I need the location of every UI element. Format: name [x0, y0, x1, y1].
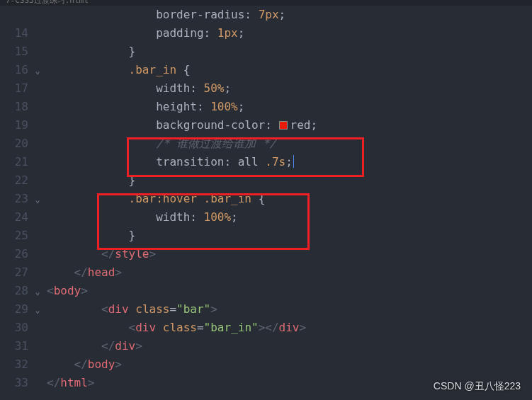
code-line[interactable]: <div class="bar">	[47, 300, 532, 319]
fold-toggle	[33, 374, 47, 392]
text-cursor	[293, 155, 294, 168]
code-line[interactable]: <body>	[47, 282, 532, 300]
breadcrumb: 7-CSS3过渡练习.html	[0, 0, 532, 6]
fold-toggle	[33, 135, 47, 153]
code-line[interactable]: </div>	[47, 337, 532, 355]
line-number: 27	[0, 263, 28, 282]
line-number: 26	[0, 245, 28, 263]
code-line[interactable]: width: 50%;	[47, 79, 532, 98]
chevron-down-icon[interactable]: ⌄	[33, 301, 43, 319]
line-number: 25	[0, 227, 28, 245]
fold-toggle	[33, 319, 47, 337]
line-number: 28	[0, 282, 28, 300]
line-number: 29	[0, 300, 28, 319]
fold-toggle	[33, 24, 47, 42]
code-line[interactable]: </head>	[47, 263, 532, 282]
fold-toggle	[33, 263, 47, 282]
code-line[interactable]: background-color: red;	[47, 116, 532, 135]
line-number: 18	[0, 98, 28, 116]
line-number: 24	[0, 208, 28, 227]
color-swatch	[279, 121, 288, 130]
line-number: 15	[0, 42, 28, 61]
fold-toggle	[33, 208, 47, 227]
line-number: 19	[0, 116, 28, 135]
code-line[interactable]: }	[47, 227, 532, 245]
code-line[interactable]: }	[47, 171, 532, 190]
code-line[interactable]: width: 100%;	[47, 208, 532, 227]
code-line[interactable]: height: 100%;	[47, 98, 532, 116]
fold-toggle	[33, 79, 47, 98]
code-line[interactable]: border-radius: 7px;	[47, 6, 532, 24]
line-number: 32	[0, 355, 28, 374]
fold-toggle	[33, 355, 47, 374]
line-number: 30	[0, 319, 28, 337]
fold-toggle	[33, 245, 47, 263]
code-line[interactable]: padding: 1px;	[47, 24, 532, 42]
line-number: 21	[0, 153, 28, 171]
fold-toggle[interactable]: ⌄	[33, 61, 47, 79]
watermark: CSDN @丑八怪223	[434, 380, 521, 393]
line-number: 31	[0, 337, 28, 355]
code-editor[interactable]: 1415161718192021222324252627282930313233…	[0, 6, 532, 400]
fold-toggle	[33, 98, 47, 116]
code-line[interactable]: }	[47, 42, 532, 61]
line-number: 20	[0, 135, 28, 153]
code-line[interactable]: /* 谁做过渡给谁加 */	[47, 135, 532, 153]
code-line[interactable]: </style>	[47, 245, 532, 263]
code-line[interactable]: .bar_in {	[47, 61, 532, 79]
chevron-down-icon[interactable]: ⌄	[33, 190, 43, 209]
fold-toggle[interactable]: ⌄	[33, 300, 47, 319]
line-number-gutter: 1415161718192021222324252627282930313233	[0, 6, 33, 400]
chevron-down-icon[interactable]: ⌄	[33, 62, 43, 80]
line-number: 14	[0, 24, 28, 42]
fold-toggle	[33, 42, 47, 61]
line-number: 33	[0, 374, 28, 392]
code-line[interactable]: <div class="bar_in"></div>	[47, 319, 532, 337]
fold-column[interactable]: ⌄⌄⌄⌄	[33, 6, 47, 400]
breadcrumb-file: 7-CSS3过渡练习.html	[6, 0, 89, 6]
line-number: 17	[0, 79, 28, 98]
line-number: 16	[0, 61, 28, 79]
code-line[interactable]: </body>	[47, 355, 532, 374]
fold-toggle[interactable]: ⌄	[33, 282, 47, 300]
fold-toggle	[33, 227, 47, 245]
code-line[interactable]: .bar:hover .bar_in {	[47, 190, 532, 208]
fold-toggle	[33, 153, 47, 171]
code-area[interactable]: border-radius: 7px; padding: 1px; } .bar…	[47, 6, 532, 400]
fold-toggle	[33, 116, 47, 135]
line-number: 23	[0, 190, 28, 208]
fold-toggle	[33, 171, 47, 190]
fold-toggle	[33, 6, 47, 24]
line-number: 22	[0, 171, 28, 190]
code-line[interactable]: transition: all .7s;	[47, 153, 532, 171]
fold-toggle	[33, 337, 47, 355]
line-number	[0, 6, 28, 24]
chevron-down-icon[interactable]: ⌄	[33, 282, 43, 301]
fold-toggle[interactable]: ⌄	[33, 190, 47, 208]
